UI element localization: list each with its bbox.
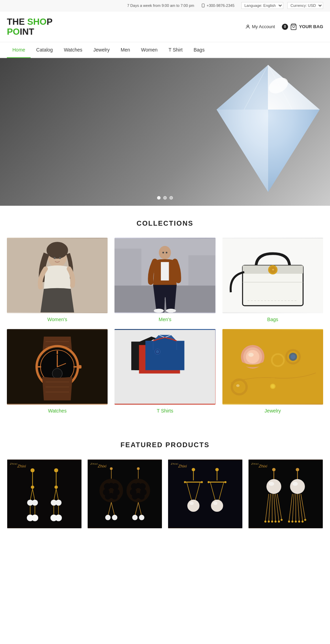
product-card-1[interactable]: Zhixi Zhixi [7, 459, 82, 529]
collection-womens[interactable]: Women's [7, 238, 108, 322]
mens-image [114, 238, 215, 313]
brand-label-3: Zhixi [171, 462, 178, 465]
svg-point-92 [54, 468, 58, 473]
svg-point-173 [296, 468, 299, 472]
svg-point-157 [272, 468, 276, 472]
currency-select[interactable]: Currency: USD [287, 2, 323, 9]
svg-text:Zhixi: Zhixi [178, 464, 187, 468]
tshirts-image [114, 329, 215, 405]
womens-label: Women's [7, 317, 108, 322]
nav-bags[interactable]: Bags [188, 42, 210, 57]
svg-point-150 [224, 481, 227, 483]
product-img-2: Zhixi Zhixi [88, 460, 162, 528]
svg-point-153 [211, 500, 223, 512]
svg-marker-6 [217, 65, 268, 110]
language-select[interactable]: Language: English [241, 2, 283, 9]
svg-point-185 [295, 521, 297, 523]
svg-rect-27 [161, 262, 169, 281]
collection-jewelry[interactable]: Jewelry [222, 329, 323, 414]
svg-point-141 [201, 481, 203, 483]
collection-bags[interactable]: ✦ Bags [222, 238, 323, 322]
nav-watches[interactable]: Watches [58, 42, 88, 57]
nav-catalog[interactable]: Catalog [31, 42, 58, 57]
svg-point-140 [184, 481, 186, 483]
svg-text:Zhixi: Zhixi [258, 464, 267, 468]
mens-label: Men's [114, 317, 215, 322]
svg-rect-50 [38, 366, 41, 368]
svg-point-184 [292, 521, 294, 523]
bags-image: ✦ [222, 238, 323, 313]
featured-section: FEATURED PRODUCTS Zhixi Zhixi [0, 427, 330, 542]
svg-point-29 [166, 309, 176, 313]
product-card-2[interactable]: Zhixi Zhixi [87, 459, 162, 529]
svg-point-91 [32, 515, 38, 521]
mens-figure [114, 238, 215, 313]
bag-button[interactable]: 0 YOUR BAG [282, 23, 323, 30]
svg-point-119 [112, 515, 118, 520]
main-nav: Home Catalog Watches Jewelry Men Women T… [0, 42, 330, 58]
brand-label-2: Zhixi [90, 462, 98, 465]
collections-title: COLLECTIONS [7, 219, 323, 227]
svg-point-30 [163, 252, 164, 253]
bag-count: 0 [282, 24, 288, 30]
jewelry-label: Jewelry [222, 408, 323, 414]
svg-point-133 [132, 515, 138, 520]
svg-point-122 [126, 479, 150, 502]
svg-point-52 [52, 369, 62, 379]
svg-point-137 [192, 468, 195, 472]
svg-text:Zhixi: Zhixi [97, 464, 106, 468]
svg-point-83 [31, 486, 34, 489]
collection-watches[interactable]: Watches [7, 329, 108, 414]
svg-point-98 [55, 500, 62, 506]
collections-section: COLLECTIONS [0, 206, 330, 427]
locale-selects: Language: English Currency: USD [241, 2, 323, 9]
svg-point-171 [278, 521, 280, 523]
schedule-text: 7 Days a week from 9:00 am to 7:00 pm [127, 3, 194, 8]
svg-marker-7 [268, 110, 320, 192]
svg-point-107 [99, 479, 123, 502]
hero-dot-1[interactable] [157, 196, 161, 200]
svg-point-81 [31, 468, 35, 473]
svg-point-183 [288, 521, 290, 523]
hero-dot-3[interactable] [169, 196, 173, 200]
jewelry-figure [222, 329, 323, 405]
my-account-btn[interactable]: My Account [245, 24, 275, 30]
svg-point-175 [290, 479, 305, 494]
tshirts-figure [114, 329, 215, 405]
product-card-4[interactable]: Zhixi Zhixi [248, 459, 323, 529]
nav-home[interactable]: Home [7, 42, 31, 58]
hero-dot-2[interactable] [163, 196, 167, 200]
svg-point-87 [32, 500, 38, 506]
womens-figure [7, 238, 108, 313]
svg-point-115 [109, 493, 114, 498]
header-right: My Account 0 YOUR BAG [245, 23, 323, 30]
svg-point-167 [264, 521, 266, 523]
svg-point-170 [275, 521, 277, 523]
hero-background [0, 58, 330, 206]
earring-svg-1: Zhixi [7, 460, 81, 528]
svg-point-120 [137, 467, 140, 470]
collection-tshirts[interactable]: T Shirts [114, 329, 215, 414]
bag-label: YOUR BAG [299, 24, 323, 29]
svg-point-172 [280, 519, 283, 521]
product-card-3[interactable]: Zhixi Zhixi [168, 459, 243, 529]
hero-dots [157, 196, 173, 200]
earring-svg-2: Zhixi [88, 460, 162, 528]
brand-label-1: Zhixi [10, 462, 18, 465]
nav-jewelry[interactable]: Jewelry [88, 42, 115, 57]
svg-point-28 [154, 309, 164, 313]
nav-tshirt[interactable]: T Shirt [163, 42, 188, 57]
watches-image [7, 329, 108, 405]
top-bar: 7 Days a week from 9:00 am to 7:00 pm +3… [0, 0, 330, 11]
nav-women[interactable]: Women [135, 42, 163, 57]
svg-point-129 [135, 483, 141, 488]
site-logo[interactable]: THE SHOP POINT [7, 17, 53, 36]
svg-point-118 [105, 515, 111, 520]
bag-icon [290, 23, 297, 30]
nav-men[interactable]: Men [115, 42, 135, 57]
phone-text: +300-9876-2345 [207, 3, 234, 8]
svg-point-146 [215, 468, 219, 472]
svg-point-26 [159, 246, 171, 259]
collection-mens[interactable]: Men's [114, 238, 215, 322]
svg-point-176 [293, 482, 298, 486]
